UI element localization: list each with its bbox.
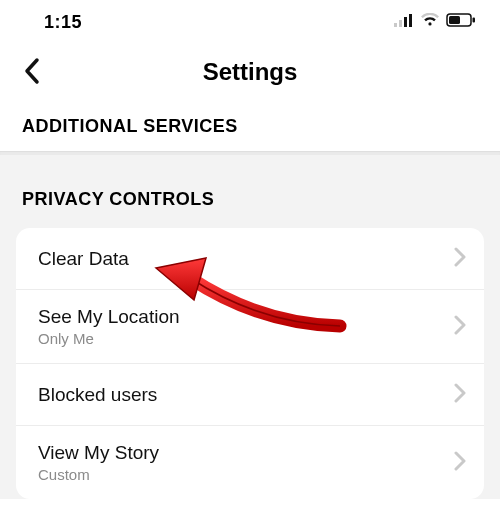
- chevron-right-icon: [454, 247, 466, 271]
- row-title: See My Location: [38, 306, 180, 328]
- svg-rect-0: [394, 23, 397, 27]
- row-title: Clear Data: [38, 248, 129, 270]
- header: Settings: [0, 44, 500, 100]
- row-subtitle: Custom: [38, 466, 159, 483]
- row-view-my-story[interactable]: View My Story Custom: [16, 426, 484, 499]
- svg-rect-5: [449, 16, 460, 24]
- row-blocked-users[interactable]: Blocked users: [16, 364, 484, 426]
- status-icons: [394, 13, 476, 31]
- battery-icon: [446, 13, 476, 31]
- row-subtitle: Only Me: [38, 330, 180, 347]
- chevron-left-icon: [23, 57, 41, 88]
- cellular-icon: [394, 13, 414, 31]
- page-title: Settings: [203, 58, 298, 86]
- row-see-my-location[interactable]: See My Location Only Me: [16, 290, 484, 364]
- chevron-right-icon: [454, 383, 466, 407]
- row-title: View My Story: [38, 442, 159, 464]
- chevron-right-icon: [454, 451, 466, 475]
- back-button[interactable]: [16, 56, 48, 88]
- svg-rect-6: [473, 18, 476, 23]
- chevron-right-icon: [454, 315, 466, 339]
- section-privacy-controls: PRIVACY CONTROLS: [0, 171, 500, 228]
- wifi-icon: [420, 13, 440, 31]
- status-bar: 1:15: [0, 0, 500, 44]
- row-title: Blocked users: [38, 384, 157, 406]
- section-additional-services: ADDITIONAL SERVICES: [0, 100, 500, 151]
- svg-rect-3: [409, 14, 412, 27]
- svg-rect-1: [399, 20, 402, 27]
- privacy-list: Clear Data See My Location Only Me Block…: [16, 228, 484, 499]
- row-clear-data[interactable]: Clear Data: [16, 228, 484, 290]
- svg-rect-2: [404, 17, 407, 27]
- status-time: 1:15: [44, 12, 82, 33]
